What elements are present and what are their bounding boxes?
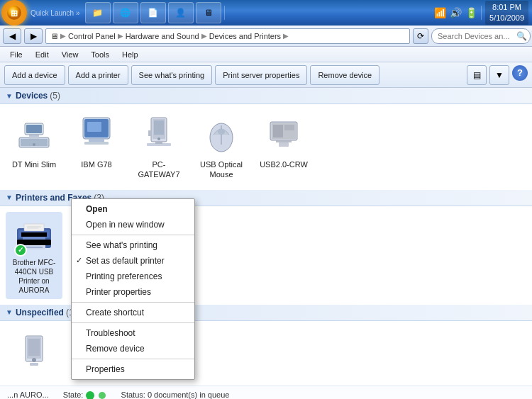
ibm-g78-label: IBM G78 <box>81 159 111 169</box>
start-button[interactable]: ⊞ <box>1 0 27 26</box>
ibm-g78-icon <box>75 114 118 157</box>
taskbar-app-files[interactable]: 📄 <box>140 2 166 23</box>
devices-section-header[interactable]: ▼ Devices (5) <box>0 88 532 104</box>
context-menu-troubleshoot[interactable]: Troubleshoot <box>72 325 194 341</box>
printers-chevron: ▼ <box>6 193 13 201</box>
device-usb-optical-mouse[interactable]: USB Optical Mouse <box>193 110 250 184</box>
menu-file[interactable]: File <box>4 49 28 60</box>
clock-date: 5/10/2009 <box>489 13 524 23</box>
state-small-dot <box>99 392 106 399</box>
devices-label: Devices <box>16 91 48 101</box>
context-menu-sep3 <box>72 322 194 323</box>
breadcrumb-devices[interactable]: Devices and Printers <box>209 32 282 40</box>
system-clock[interactable]: 8:01 PM 5/10/2009 <box>485 1 528 26</box>
device-ibm-g78[interactable]: IBM G78 <box>68 110 125 184</box>
view-button[interactable]: ▤ <box>467 65 487 85</box>
quick-launch-label: Quick Launch » <box>28 9 82 17</box>
svg-rect-10 <box>89 139 104 142</box>
taskbar-right: 📶 🔊 🔋 8:01 PM 5/10/2009 <box>434 1 532 26</box>
context-menu-open-new-window[interactable]: Open in new window <box>72 217 194 232</box>
svg-point-7 <box>33 143 35 146</box>
context-menu-sep1 <box>72 235 194 235</box>
device-dt-mini-slim[interactable]: DT Mini Slim <box>6 110 62 184</box>
help-button[interactable]: ? <box>512 65 528 81</box>
svg-rect-19 <box>148 130 151 136</box>
context-menu-see-printing[interactable]: See what's printing <box>72 237 194 253</box>
context-menu-remove-device[interactable]: Remove device <box>72 341 194 356</box>
svg-rect-11 <box>84 142 109 145</box>
printer-brother[interactable]: ✓ Brother MFC-440CN USB Printer on AUROR… <box>6 212 62 299</box>
context-menu-sep4 <box>72 359 194 359</box>
context-menu-printing-prefs[interactable]: Printing preferences <box>72 269 194 284</box>
unspecified-label: Unspecified <box>16 308 64 317</box>
svg-rect-58 <box>28 339 40 356</box>
print-server-button[interactable]: Print server properties <box>215 65 307 85</box>
taskbar-app-screen[interactable]: 🖥 <box>196 2 221 23</box>
volume-icon: 🔊 <box>450 7 462 18</box>
view-dropdown-button[interactable]: ▼ <box>489 65 509 85</box>
svg-rect-32 <box>23 237 45 240</box>
unspecified-device[interactable] <box>6 327 62 380</box>
context-menu-set-default[interactable]: Set as default printer <box>72 253 194 269</box>
taskbar-app-folder[interactable]: 📁 <box>85 2 111 23</box>
forward-button[interactable]: ▶ <box>24 28 43 44</box>
svg-point-22 <box>218 129 225 135</box>
see-whats-printing-button[interactable]: See what's printing <box>131 65 213 85</box>
context-menu-printer-props[interactable]: Printer properties <box>72 284 194 300</box>
toolbar-right: ▤ ▼ ? <box>467 65 528 85</box>
brother-label: Brother MFC-440CN USB Printer on AURORA <box>9 258 60 295</box>
svg-rect-34 <box>20 241 28 244</box>
context-menu-open[interactable]: Open <box>72 201 194 217</box>
back-button[interactable]: ◀ <box>3 28 21 44</box>
svg-rect-15 <box>154 120 164 135</box>
remove-device-button[interactable]: Remove device <box>310 65 379 85</box>
network-icon: 📶 <box>434 7 446 18</box>
context-menu: Open Open in new window See what's print… <box>71 198 195 380</box>
svg-rect-12 <box>87 122 101 132</box>
svg-rect-6 <box>26 125 42 133</box>
device-pc-gateway7[interactable]: PC-GATEWAY7 <box>131 110 187 184</box>
svg-rect-26 <box>284 125 294 130</box>
unspecified-device-icon <box>13 331 55 370</box>
device-status-bar: ...n AURO... State: Status: 0 document(s… <box>0 386 532 399</box>
devices-chevron: ▼ <box>6 92 13 100</box>
address-breadcrumb[interactable]: 🖥 ▶ Control Panel ▶ Hardware and Sound ▶… <box>45 28 410 44</box>
device-usb20-crw[interactable]: USB2.0-CRW <box>255 110 312 184</box>
pc-gateway7-label: PC-GATEWAY7 <box>133 159 184 180</box>
brother-icon: ✓ <box>13 216 55 255</box>
devices-grid: DT Mini Slim IBM G78 <box>0 104 532 190</box>
context-menu-properties[interactable]: Properties <box>72 361 194 377</box>
svg-rect-37 <box>24 224 44 231</box>
menu-edit[interactable]: Edit <box>30 49 55 60</box>
search-button[interactable]: 🔍 <box>514 28 529 44</box>
refresh-button[interactable]: ⟳ <box>413 28 428 44</box>
address-bar-row: ◀ ▶ 🖥 ▶ Control Panel ▶ Hardware and Sou… <box>0 26 532 47</box>
dt-mini-slim-label: DT Mini Slim <box>12 159 56 169</box>
breadcrumb-control-panel[interactable]: Control Panel <box>68 32 116 40</box>
usb20-crw-icon <box>262 114 305 157</box>
svg-rect-60 <box>30 363 38 366</box>
taskbar-divider2 <box>481 6 482 20</box>
svg-rect-36 <box>26 247 43 248</box>
taskbar-app-user[interactable]: 👤 <box>168 2 194 23</box>
svg-rect-31 <box>21 232 47 237</box>
status-label: Status: <box>121 390 145 399</box>
taskbar-app-browser[interactable]: 🌐 <box>113 2 138 23</box>
add-printer-button[interactable]: Add a printer <box>68 65 128 85</box>
default-printer-check: ✓ <box>14 244 27 257</box>
context-menu-create-shortcut[interactable]: Create shortcut <box>72 305 194 320</box>
usb20-crw-label: USB2.0-CRW <box>260 159 308 169</box>
menu-bar: File Edit View Tools Help <box>0 47 532 62</box>
menu-view[interactable]: View <box>56 49 84 60</box>
device-name-short: ...n AURO... <box>7 390 49 399</box>
menu-tools[interactable]: Tools <box>85 49 115 60</box>
breadcrumb-hardware[interactable]: Hardware and Sound <box>126 32 199 40</box>
taskbar-divider <box>224 6 225 20</box>
toolbar: Add a device Add a printer See what's pr… <box>0 62 532 88</box>
menu-help[interactable]: Help <box>116 49 144 60</box>
add-device-button[interactable]: Add a device <box>4 65 65 85</box>
devices-count: (5) <box>50 91 60 101</box>
device-status-row: ...n AURO... State: Status: 0 document(s… <box>7 390 525 399</box>
state-label: State: <box>63 390 84 399</box>
battery-icon: 🔋 <box>465 7 477 18</box>
